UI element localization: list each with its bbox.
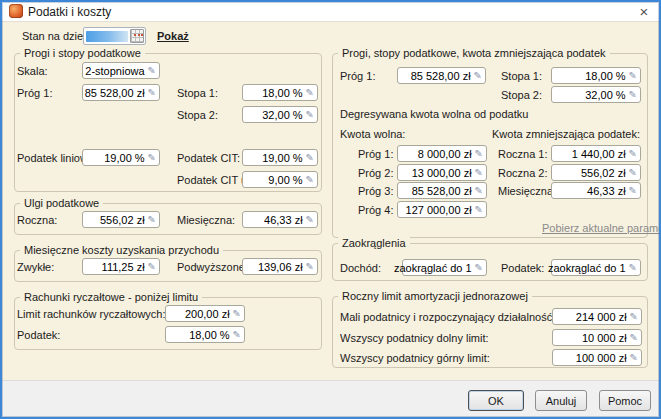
r-stopa2-field[interactable]: 32,00 % ✎ [551, 86, 641, 103]
group-progi-kwota-title: Progi, stopy podatkowe, kwota zmniejszaj… [338, 47, 610, 59]
edit-pencil-icon: ✎ [475, 186, 483, 196]
ulga-miesieczna-value: 46,33 zł [264, 214, 303, 226]
stopa2-field[interactable]: 32,00 % ✎ [242, 106, 318, 123]
gorny-limit-value: 100 000 zł [576, 352, 627, 364]
edit-pencil-icon: ✎ [629, 149, 637, 159]
podatek-cit-label: Podatek CIT: [177, 152, 240, 164]
ryczalt-podatek-field[interactable]: 18,00 % ✎ [165, 326, 245, 343]
group-ulgi-title: Ulgi podatkowe [20, 197, 103, 209]
prog1-field[interactable]: 85 528,00 zł ✎ [82, 84, 160, 101]
roczna1-label: Roczna 1: [498, 148, 548, 160]
edit-pencil-icon: ✎ [629, 71, 637, 81]
ulga-miesieczna-label: Miesięczna: [177, 214, 235, 226]
edit-pencil-icon: ✎ [306, 88, 314, 98]
r-stopa1-field[interactable]: 18,00 % ✎ [551, 67, 641, 84]
ulga-miesieczna-field[interactable]: 46,33 zł ✎ [242, 211, 318, 228]
dolny-limit-value: 10 000 zł [582, 332, 627, 344]
r-miesieczna-label: Miesięczna: [498, 185, 556, 197]
calendar-icon[interactable] [130, 29, 144, 43]
edit-pencil-icon: ✎ [306, 110, 314, 120]
skala-field[interactable]: 2-stopniowa ✎ [82, 62, 160, 79]
titlebar: Podatki i koszty × [0, 0, 661, 22]
ryczalt-podatek-label: Podatek: [17, 329, 60, 341]
dochod-field[interactable]: zaokrąglać do 1 ✎ [402, 259, 487, 276]
prog1-label: Próg 1: [17, 87, 52, 99]
help-button[interactable]: Pomoc [599, 390, 651, 411]
roczna1-field[interactable]: 1 440,00 zł ✎ [551, 145, 641, 162]
stopa1-label: Stopa 1: [177, 87, 218, 99]
roczna2-field[interactable]: 556,02 zł ✎ [551, 164, 641, 181]
dolny-limit-field[interactable]: 10 000 zł ✎ [552, 329, 642, 346]
kw-prog4-label: Próg 4: [358, 204, 393, 216]
mali-podatnicy-field[interactable]: 214 000 zł ✎ [552, 308, 642, 325]
edit-pencil-icon: ✎ [148, 262, 156, 272]
stopa2-label: Stopa 2: [177, 109, 218, 121]
cancel-button[interactable]: Anuluj [535, 390, 587, 411]
gorny-limit-label: Wszyscy podatnicy górny limit: [340, 352, 490, 364]
kw-prog1-label: Próg 1: [358, 148, 393, 160]
kw-prog4-value: 127 000,00 zł [406, 204, 472, 216]
date-input[interactable] [83, 27, 146, 45]
edit-pencil-icon: ✎ [630, 312, 638, 322]
koszty-zwykle-value: 111,25 zł [102, 261, 145, 273]
kw-prog3-label: Próg 3: [358, 185, 393, 197]
edit-pencil-icon: ✎ [475, 205, 483, 215]
edit-pencil-icon: ✎ [306, 262, 314, 272]
koszty-podwyzszone-label: Podwyższone: [177, 261, 248, 273]
podatek-cit-ulgowy-field[interactable]: 9,00 % ✎ [242, 171, 318, 188]
kw-prog2-label: Próg 2: [358, 167, 393, 179]
ok-button[interactable]: OK [468, 390, 524, 411]
close-icon[interactable]: × [634, 1, 654, 21]
edit-pencil-icon: ✎ [233, 330, 241, 340]
podatek-liniowy-field[interactable]: 19,00 % ✎ [82, 149, 160, 166]
stopa1-value: 18,00 % [262, 87, 302, 99]
kwota-zmniejszajaca-heading: Kwota zmniejszająca podatek: [492, 128, 640, 140]
ulga-roczna-field[interactable]: 556,02 zł ✎ [82, 211, 160, 228]
prog1-value: 85 528,00 zł [85, 87, 145, 99]
group-amortyzacja-title: Roczny limit amortyzacji jednorazowej [338, 290, 532, 302]
app-icon [9, 4, 23, 18]
edit-pencil-icon: ✎ [148, 215, 156, 225]
koszty-zwykle-field[interactable]: 111,25 zł ✎ [82, 258, 160, 275]
download-parameters-link[interactable]: Pobierz aktualne parametry [542, 222, 661, 234]
kw-prog1-field[interactable]: 8 000,00 zł ✎ [397, 145, 487, 162]
kw-prog3-field[interactable]: 85 528,00 zł ✎ [397, 182, 487, 199]
edit-pencil-icon: ✎ [474, 71, 482, 81]
podatek-cit-field[interactable]: 19,00 % ✎ [242, 149, 318, 166]
skala-value: 2-stopniowa [85, 65, 144, 77]
kw-prog2-value: 13 000,00 zł [412, 167, 472, 179]
koszty-podwyzszone-field[interactable]: 139,06 zł ✎ [242, 258, 318, 275]
zaokr-podatek-field[interactable]: zaokrąglać do 1 ✎ [551, 259, 641, 276]
edit-pencil-icon: ✎ [629, 168, 637, 178]
date-value-masked [86, 31, 128, 42]
dialog-window: Podatki i koszty × Stan na dzień: Pokaż … [0, 0, 661, 419]
mali-podatnicy-value: 214 000 zł [576, 311, 627, 323]
edit-pencil-icon: ✎ [629, 263, 637, 273]
edit-pencil-icon: ✎ [630, 333, 638, 343]
edit-pencil-icon: ✎ [629, 90, 637, 100]
kw-prog2-field[interactable]: 13 000,00 zł ✎ [397, 164, 487, 181]
show-link[interactable]: Pokaż [157, 30, 189, 42]
stopa1-field[interactable]: 18,00 % ✎ [242, 84, 318, 101]
roczna1-value: 1 440,00 zł [572, 148, 626, 160]
edit-pencil-icon: ✎ [475, 263, 483, 273]
dochod-value: zaokrąglać do 1 [394, 262, 472, 274]
ryczalt-limit-field[interactable]: 200,00 zł ✎ [165, 305, 245, 322]
ryczalt-limit-value: 200,00 zł [185, 308, 230, 320]
kw-prog4-field[interactable]: 127 000,00 zł ✎ [397, 201, 487, 218]
r-prog1-field[interactable]: 85 528,00 zł ✎ [397, 67, 486, 84]
mali-podatnicy-label: Mali podatnicy i rozpoczynający działaln… [340, 311, 585, 323]
gorny-limit-field[interactable]: 100 000 zł ✎ [552, 349, 642, 366]
r-stopa2-label: Stopa 2: [501, 89, 542, 101]
dolny-limit-label: Wszyscy podatnicy dolny limit: [340, 332, 489, 344]
edit-pencil-icon: ✎ [475, 168, 483, 178]
r-prog1-label: Próg 1: [340, 70, 375, 82]
r-miesieczna-field[interactable]: 46,33 zł ✎ [551, 182, 641, 199]
stopa2-value: 32,00 % [262, 109, 302, 121]
edit-pencil-icon: ✎ [630, 353, 638, 363]
edit-pencil-icon: ✎ [629, 186, 637, 196]
podatek-liniowy-value: 19,00 % [104, 152, 144, 164]
edit-pencil-icon: ✎ [306, 175, 314, 185]
kwota-wolna-heading: Kwota wolna: [340, 128, 405, 140]
kw-prog3-value: 85 528,00 zł [412, 185, 472, 197]
